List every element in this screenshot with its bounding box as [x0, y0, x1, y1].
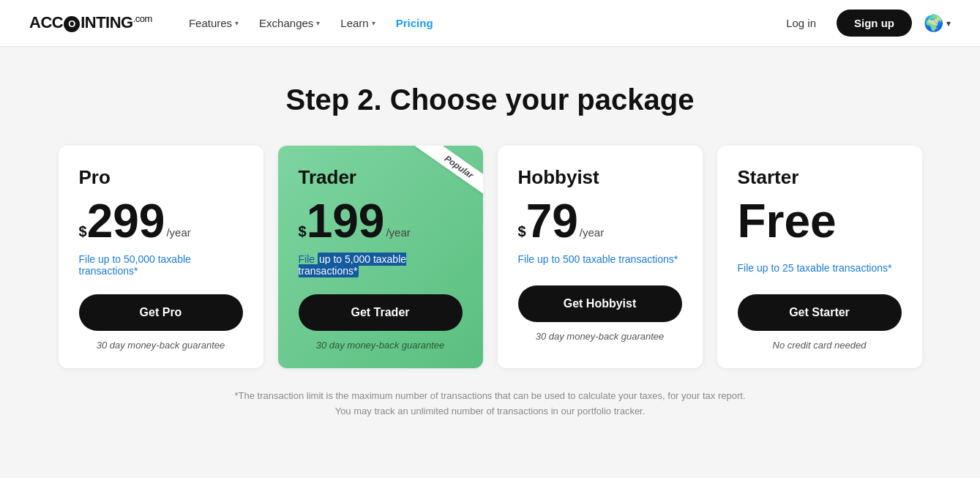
nav-learn[interactable]: Learn ▾	[333, 12, 382, 34]
get-trader-button[interactable]: Get Trader	[299, 294, 463, 331]
price-row: $ 199 /year	[299, 198, 463, 244]
price-period: /year	[166, 226, 190, 239]
currency-symbol: $	[79, 218, 87, 244]
plan-card-starter: Starter Free File up to 25 taxable trans…	[717, 146, 922, 368]
plan-card-pro: Pro $ 299 /year File up to 50,000 taxabl…	[59, 146, 263, 368]
plan-description: File up to 5,000 taxable transactions*	[299, 253, 463, 277]
get-starter-button[interactable]: Get Starter	[738, 294, 902, 331]
nav-exchanges[interactable]: Exchanges ▾	[252, 12, 327, 34]
plan-name: Starter	[738, 166, 902, 189]
get-pro-button[interactable]: Get Pro	[79, 294, 243, 331]
currency-symbol: $	[518, 218, 526, 244]
chevron-down-icon: ▾	[946, 18, 951, 29]
chevron-down-icon: ▾	[372, 19, 375, 27]
guarantee-text: 30 day money-back guarantee	[518, 331, 682, 342]
get-hobbyist-button[interactable]: Get Hobbyist	[518, 285, 682, 322]
plan-description: File up to 50,000 taxable transactions*	[79, 253, 243, 277]
page-title: Step 2. Choose your package	[286, 83, 695, 116]
price-period: /year	[580, 226, 604, 239]
plan-description: File up to 500 taxable transactions*	[518, 253, 682, 268]
guarantee-text: 30 day money-back guarantee	[299, 340, 463, 351]
globe-icon: 🌍	[924, 14, 943, 33]
signup-button[interactable]: Sign up	[837, 10, 912, 37]
nav-features[interactable]: Features ▾	[182, 12, 246, 34]
price-amount: Free	[738, 198, 837, 244]
price-amount: 299	[87, 198, 165, 244]
price-row: $ 299 /year	[79, 198, 243, 244]
navbar-right: Log in Sign up 🌍 ▾	[777, 10, 951, 37]
plan-card-hobbyist: Hobbyist $ 79 /year File up to 500 taxab…	[498, 146, 703, 368]
price-amount: 79	[526, 198, 578, 244]
pricing-cards: Pro $ 299 /year File up to 50,000 taxabl…	[51, 146, 929, 368]
navbar: ACCOINTING.com Features ▾ Exchanges ▾ Le…	[0, 0, 980, 47]
plan-name: Hobbyist	[518, 166, 682, 189]
footnote: *The transaction limit is the maximum nu…	[227, 389, 754, 419]
currency-symbol: $	[299, 218, 307, 244]
language-selector[interactable]: 🌍 ▾	[924, 14, 951, 33]
chevron-down-icon: ▾	[316, 19, 320, 27]
nav-links: Features ▾ Exchanges ▾ Learn ▾ Pricing	[182, 12, 441, 34]
plan-description: File up to 25 taxable transactions*	[738, 262, 902, 277]
plan-name: Trader	[299, 166, 463, 189]
description-prefix: File	[299, 253, 318, 265]
price-period: /year	[386, 226, 410, 239]
price-amount: 199	[307, 198, 385, 244]
plan-card-trader: Popular Trader $ 199 /year File up to 5,…	[278, 146, 483, 368]
nav-pricing[interactable]: Pricing	[389, 12, 441, 34]
main-content: Step 2. Choose your package Pro $ 299 /y…	[0, 47, 980, 449]
plan-name: Pro	[79, 166, 243, 189]
logo[interactable]: ACCOINTING.com	[29, 13, 152, 32]
navbar-left: ACCOINTING.com Features ▾ Exchanges ▾ Le…	[29, 12, 441, 34]
login-button[interactable]: Log in	[777, 11, 825, 35]
logo-dot: .com	[133, 13, 152, 24]
chevron-down-icon: ▾	[235, 19, 239, 27]
coin-icon: O	[64, 16, 80, 32]
guarantee-text: 30 day money-back guarantee	[79, 340, 243, 351]
guarantee-text: No credit card needed	[738, 340, 902, 351]
price-row: Free	[738, 198, 902, 253]
price-row: $ 79 /year	[518, 198, 682, 244]
